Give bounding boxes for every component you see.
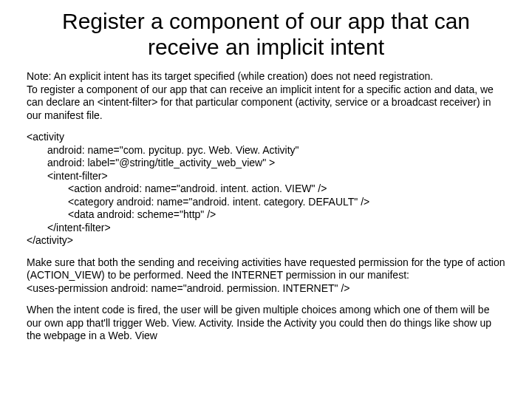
slide-body: Note: An explicit intent has its target … [27,70,505,343]
note-line: Note: An explicit intent has its target … [27,70,433,82]
code-line: <intent-filter> [27,170,505,183]
permission-text: Make sure that both the sending and rece… [27,256,505,282]
closing-paragraph: When the intent code is fired, the user … [27,304,505,343]
code-line: </activity> [27,234,505,248]
code-line: android: name="com. pycitup. pyc. Web. V… [27,144,505,157]
permission-paragraph: Make sure that both the sending and rece… [27,256,505,296]
code-line: android: label="@string/title_activity_w… [27,157,505,170]
code-line: <category android: name="android. intent… [27,196,505,209]
manifest-code-block: <activity android: name="com. pycitup. p… [27,131,505,248]
slide: Register a component of our app that can… [0,0,532,343]
code-line: <data android: scheme="http" /> [27,208,505,222]
code-line: <action android: name="android. intent. … [27,183,505,196]
register-description: To register a component of our app that … [27,83,494,121]
code-line: </intent-filter> [27,222,505,235]
uses-permission-line: <uses-permission android: name="android.… [27,282,350,294]
intro-paragraph: Note: An explicit intent has its target … [27,70,505,122]
slide-title: Register a component of our app that can… [27,9,505,60]
code-line: <activity [27,131,505,144]
